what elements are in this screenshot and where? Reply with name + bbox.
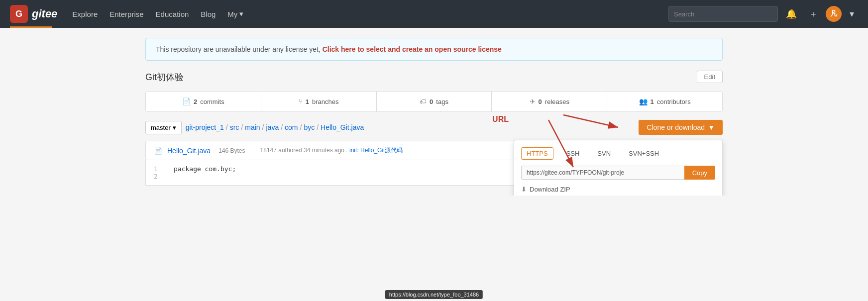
copy-button[interactable]: Copy (684, 166, 715, 180)
file-icon: 📄 (154, 147, 162, 155)
stat-branches[interactable]: ⑂ 1 branches (261, 92, 377, 111)
path-segment-3[interactable]: java (266, 123, 279, 131)
avatar[interactable]: 凡 (826, 6, 842, 22)
clone-url-row: Copy (521, 166, 715, 180)
clone-dropdown: HTTPS SSH SVN SVN+SSH (514, 140, 723, 196)
releases-icon: ✈ (530, 98, 536, 105)
notification-icon[interactable]: 🔔 (782, 6, 801, 21)
stats-bar: 📄 2 commits ⑂ 1 branches 🏷 0 tags ✈ 0 re… (145, 91, 723, 112)
brand-underline (10, 26, 52, 28)
path-left: master ▾ git-project_1 / src / main / ja… (145, 121, 364, 134)
path-segment-5[interactable]: byc (304, 123, 315, 131)
clone-url-input[interactable] (521, 166, 684, 180)
path-segment-4[interactable]: com (285, 123, 298, 131)
repo-header: Git初体验 Edit (145, 71, 723, 83)
clone-protocol-tabs: HTTPS SSH SVN SVN+SSH (521, 147, 715, 160)
stat-contributors[interactable]: 👥 1 contributors (607, 92, 722, 111)
add-icon[interactable]: ＋ (805, 6, 822, 22)
file-size: 146 Bytes (218, 147, 245, 154)
tags-icon: 🏷 (420, 98, 427, 105)
contributors-icon: 👥 (639, 98, 648, 105)
nav-education[interactable]: Education (156, 10, 189, 18)
file-name[interactable]: Hello_Git.java (167, 147, 211, 155)
clone-area: Clone or download ▼ HTTPS SSH SVN (639, 120, 723, 135)
nav-explore[interactable]: Explore (72, 10, 98, 18)
nav-links: Explore Enterprise Education Blog My ▾ (72, 9, 243, 18)
edit-button[interactable]: Edit (697, 71, 723, 83)
stat-tags[interactable]: 🏷 0 tags (377, 92, 492, 111)
path-segment-0[interactable]: git-project_1 (186, 123, 224, 131)
license-banner: This repository are unavailable under an… (145, 38, 723, 61)
nav-blog[interactable]: Blog (201, 10, 216, 18)
user-dropdown-arrow[interactable]: ▾ (846, 6, 858, 21)
url-annotation-label: URL (492, 115, 509, 124)
annotation-area: URL master ▾ (145, 120, 723, 186)
search-input[interactable] (668, 6, 778, 22)
clone-or-download-button[interactable]: Clone or download ▼ (639, 120, 723, 135)
download-icon: ⬇ (521, 186, 527, 193)
branches-icon: ⑂ (299, 98, 303, 105)
main-content: This repository are unavailable under an… (135, 28, 733, 196)
stat-commits[interactable]: 📄 2 commits (146, 92, 261, 111)
path-segment-6[interactable]: Hello_Git.java (321, 123, 364, 131)
download-zip-link[interactable]: ⬇ Download ZIP (521, 186, 715, 193)
tab-ssh[interactable]: SSH (561, 148, 585, 159)
breadcrumb-path: git-project_1 / src / main / java / com … (186, 123, 364, 131)
path-segment-2[interactable]: main (245, 123, 260, 131)
commit-link[interactable]: init: Hello_Git源代码 (349, 147, 403, 154)
commits-icon: 📄 (182, 98, 191, 105)
license-link[interactable]: Click here to select and create an open … (323, 45, 502, 53)
repo-title: Git初体验 (145, 71, 184, 83)
brand-logo-link[interactable]: G gitee (10, 5, 57, 23)
commit-info: 18147 authored 34 minutes ago . init: He… (260, 146, 403, 155)
navbar: G gitee Explore Enterprise Education Blo… (0, 0, 868, 28)
tab-svn[interactable]: SVN (592, 148, 616, 159)
brand-logo: G (10, 5, 28, 23)
nav-my[interactable]: My ▾ (227, 9, 243, 18)
nav-right: 🔔 ＋ 凡 ▾ (668, 6, 858, 22)
brand-name: gitee (32, 7, 57, 20)
tab-svn-ssh[interactable]: SVN+SSH (624, 148, 664, 159)
stat-releases[interactable]: ✈ 0 releases (492, 92, 607, 111)
path-bar: master ▾ git-project_1 / src / main / ja… (145, 120, 723, 135)
tab-https[interactable]: HTTPS (521, 147, 553, 160)
path-segment-1[interactable]: src (230, 123, 239, 131)
nav-enterprise[interactable]: Enterprise (109, 10, 143, 18)
branch-selector[interactable]: master ▾ (145, 121, 182, 134)
